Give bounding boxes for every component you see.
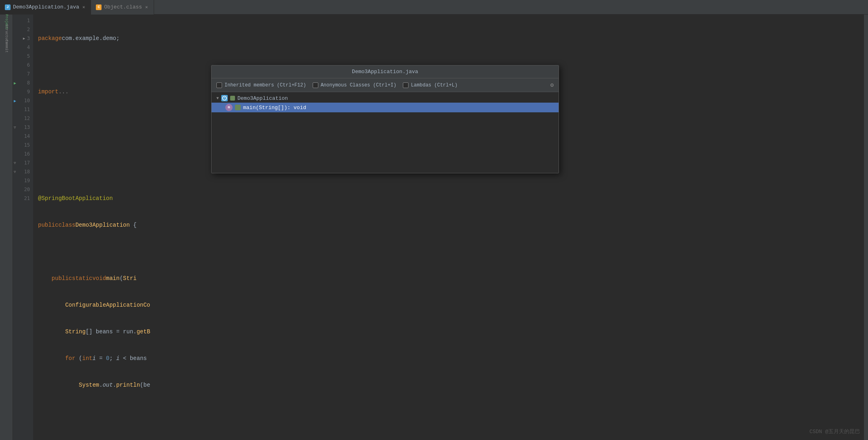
tab-close-java[interactable]: ✕ — [82, 4, 86, 11]
code-editor[interactable]: 1 2 ▶3 4 5 6 7 ▶8 9 ▶10 11 12 ▽13 14 15 … — [13, 15, 868, 440]
svg-point-0 — [222, 96, 227, 100]
line-num-13: ▽13 — [13, 123, 33, 132]
run-icon-10[interactable]: ▶ — [14, 99, 16, 103]
line-num-15: 15 — [13, 141, 33, 149]
line-num-7: 7 — [13, 69, 33, 78]
code-line-15 — [38, 407, 863, 416]
tree-class-icon — [221, 95, 228, 101]
popup-title-bar: Demo3Application.java — [212, 65, 559, 78]
scrollbar-area[interactable] — [864, 15, 868, 440]
line-num-11: 11 — [13, 105, 33, 114]
line-num-16: 16 — [13, 149, 33, 158]
tree-class-label: Demo3Application — [237, 95, 288, 101]
line-numbers-gutter: 1 2 ▶3 4 5 6 7 ▶8 9 ▶10 11 12 ▽13 14 15 … — [13, 15, 33, 440]
popup-toolbar: Inherited members (Ctrl+F12) Anonymous C… — [212, 78, 559, 92]
tree-item-method[interactable]: m main(String[]): void — [212, 103, 559, 112]
code-line-9 — [38, 247, 863, 256]
code-line-1: package com.example.demo; — [38, 34, 863, 43]
lambdas-label: Lambdas (Ctrl+L) — [411, 82, 457, 88]
line-num-6: 6 — [13, 61, 33, 69]
left-sidebar: Project Structure Commit — [0, 15, 13, 440]
tab-demo3application-java[interactable]: J Demo3Application.java ✕ — [0, 0, 91, 15]
tree-indent-spacer — [216, 105, 223, 111]
tab-label-java: Demo3Application.java — [13, 4, 79, 10]
line-num-21: 21 — [13, 194, 33, 203]
code-line-7: @SpringBootApplication — [38, 194, 863, 203]
tree-method-icon: m — [225, 104, 233, 111]
anonymous-classes-label: Anonymous Classes (Ctrl+I) — [321, 82, 396, 88]
inherited-checkbox-box — [216, 82, 222, 88]
fold-icon-3[interactable]: ▶ — [23, 36, 27, 40]
line-num-10: ▶10 — [13, 96, 33, 105]
tree-method-label: main(String[]): void — [243, 105, 306, 111]
line-num-14: 14 — [13, 132, 33, 141]
tree-expand-arrow[interactable]: ▼ — [216, 96, 219, 101]
class-file-icon: C — [96, 4, 102, 10]
code-line-13: for (int i = 0; i < beans — [38, 354, 863, 363]
code-line-14: System.out.println(be — [38, 381, 863, 389]
lambdas-checkbox-box — [403, 82, 409, 88]
lambdas-checkbox[interactable]: Lambdas (Ctrl+L) — [403, 82, 457, 88]
line-num-8: ▶8 — [13, 78, 33, 87]
popup-tree: ▼ Demo3Application m — [212, 92, 559, 173]
line-num-5: 5 — [13, 52, 33, 61]
watermark: CSDN @五月天的昆巴 — [809, 428, 860, 435]
fold-icon-13[interactable]: ▽ — [14, 125, 18, 129]
tree-method-leaf-icon — [235, 105, 241, 110]
sidebar-icon-commit[interactable]: Commit — [1, 40, 12, 52]
line-num-3: ▶3 — [13, 34, 33, 43]
tree-item-class[interactable]: ▼ Demo3Application — [212, 94, 559, 103]
line-num-19: 19 — [13, 176, 33, 185]
anonymous-checkbox-box — [313, 82, 318, 88]
anonymous-classes-checkbox[interactable]: Anonymous Classes (Ctrl+I) — [313, 82, 396, 88]
editor-area: Project Structure Commit 1 2 ▶3 4 5 6 7 … — [0, 15, 868, 440]
line-num-18: ▽18 — [13, 167, 33, 176]
tab-bar: J Demo3Application.java ✕ C Object.class… — [0, 0, 868, 15]
tree-leaf-icon — [230, 96, 235, 101]
code-line-16 — [38, 434, 863, 440]
file-structure-popup: Demo3Application.java Inherited members … — [211, 65, 559, 173]
fold-icon-17[interactable]: ▽ — [14, 161, 18, 165]
line-num-12: 12 — [13, 114, 33, 123]
popup-title: Demo3Application.java — [352, 69, 418, 75]
line-num-1: 1 — [13, 16, 33, 25]
code-line-12: String[] beans = run.getB — [38, 327, 863, 336]
line-num-2: 2 — [13, 25, 33, 34]
line-num-4: 4 — [13, 43, 33, 52]
line-num-9: 9 — [13, 87, 33, 96]
tab-object-class[interactable]: C Object.class ✕ — [91, 0, 154, 15]
line-num-20: 20 — [13, 185, 33, 194]
run-icon-8[interactable]: ▶ — [14, 81, 16, 85]
code-line-10: public static void main(Stri — [38, 274, 863, 283]
settings-gear-icon[interactable]: ⚙ — [550, 82, 554, 88]
tab-close-class[interactable]: ✕ — [144, 4, 149, 11]
inherited-members-label: Inherited members (Ctrl+F12) — [224, 82, 306, 88]
inherited-members-checkbox[interactable]: Inherited members (Ctrl+F12) — [216, 82, 306, 88]
fold-icon-18[interactable]: ▽ — [14, 170, 18, 174]
code-line-11: ConfigurableApplicationCo — [38, 301, 863, 309]
tab-label-class: Object.class — [104, 4, 142, 10]
line-num-17: ▽17 — [13, 158, 33, 167]
sidebar-icon-structure[interactable]: Structure — [1, 28, 12, 40]
code-line-8: public class Demo3Application { — [38, 221, 863, 229]
java-file-icon: J — [5, 4, 11, 10]
